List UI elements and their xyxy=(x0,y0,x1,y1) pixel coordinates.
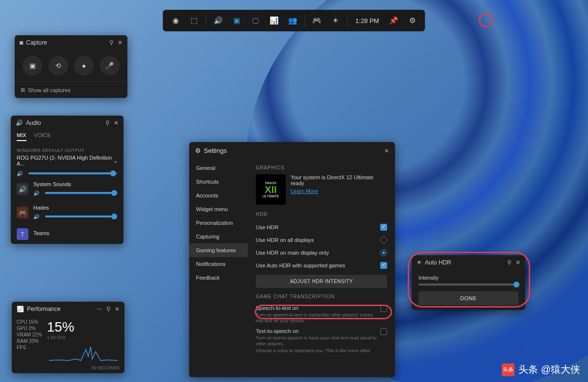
auto-hdr-widget: ☀Auto HDR ⚲✕ Intensity DONE xyxy=(412,255,525,310)
intensity-slider[interactable] xyxy=(418,284,518,286)
capture-icon[interactable]: ▣ xyxy=(228,12,245,29)
cpu-chart xyxy=(47,342,120,362)
toutiao-logo-icon: 头条 xyxy=(502,363,514,376)
adjust-hdr-intensity-button[interactable]: ADJUST HDR INTENSITY xyxy=(256,275,387,288)
use-hdr-checkbox[interactable] xyxy=(380,224,387,231)
performance-title: 📈Performance xyxy=(17,306,61,312)
nav-gaming-features[interactable]: Gaming features xyxy=(189,243,248,257)
sun-icon: ☀ xyxy=(416,259,422,266)
intensity-label: Intensity xyxy=(418,275,518,281)
transcription-heading: GAME CHAT TRANSCRIPTION xyxy=(256,294,387,299)
lfg-icon[interactable]: 🎮 xyxy=(308,12,325,29)
voice-tab[interactable]: VOICE xyxy=(34,132,51,141)
close-icon[interactable]: ✕ xyxy=(115,306,120,312)
screenshot-button[interactable]: ▣ xyxy=(23,56,42,75)
record-button[interactable]: ● xyxy=(74,56,94,75)
capture-widget: ◙Capture ⚲✕ ▣ ⟲ ● 🎤 ⊞Show all captures xyxy=(15,35,127,98)
cpu-freq: 1.93 GHz xyxy=(47,335,120,340)
hdr-heading: HDR xyxy=(256,212,387,217)
settings-nav: General Shortcuts Accounts Widget menu P… xyxy=(189,159,248,377)
record-last-button[interactable]: ⟲ xyxy=(49,56,68,75)
settings-title: ⚙Settings xyxy=(195,147,227,154)
hades-volume-slider[interactable] xyxy=(45,215,118,217)
directx-badge: DirectX XII ULTIMATE xyxy=(256,174,286,205)
time-range: 60 SECONDS xyxy=(12,364,124,373)
nav-shortcuts[interactable]: Shortcuts xyxy=(189,175,248,189)
attribution-watermark: 头条 头条 @猿大侠 xyxy=(502,363,580,376)
default-output-label: WINDOWS DEFAULT OUTPUT xyxy=(17,148,118,153)
capture-title: ◙Capture xyxy=(20,39,47,46)
vram-stat: VRAM 22% xyxy=(17,332,42,337)
settings-content: GRAPHICS DirectX XII ULTIMATE Your syste… xyxy=(248,159,395,377)
auto-hdr-checkbox[interactable] xyxy=(380,262,387,269)
learn-more-link[interactable]: Learn More xyxy=(291,188,318,194)
master-volume-slider[interactable] xyxy=(28,172,118,174)
nav-capturing[interactable]: Capturing xyxy=(189,230,248,243)
done-button[interactable]: DONE xyxy=(418,291,518,305)
audio-title: 🔊Audio xyxy=(16,119,41,126)
xbox-game-bar-topbar: ◉ ⬚ 🔊 ▣ 🖵 📊 👥 🎮 ☀ 1:28 PM 📌 ⚙ xyxy=(163,10,425,31)
pin-icon[interactable]: ⚲ xyxy=(105,119,110,126)
settings-gear-icon[interactable]: ⚙ xyxy=(404,12,421,29)
mix-tab[interactable]: MIX xyxy=(17,132,26,141)
pin-icon[interactable]: ⚲ xyxy=(106,306,111,312)
performance-icon[interactable]: 🖵 xyxy=(246,12,264,29)
pin-icon[interactable]: ⚲ xyxy=(109,39,114,46)
fps-stat: FPS - xyxy=(17,345,42,350)
tts-checkbox[interactable] xyxy=(380,328,387,335)
directx-status: Your system is DirectX 12 Ultimate ready xyxy=(291,174,387,186)
teams-icon: T xyxy=(17,228,28,240)
audio-icon[interactable]: 🔊 xyxy=(209,12,227,29)
graphics-heading: GRAPHICS xyxy=(256,165,387,170)
nav-personalization[interactable]: Personalization xyxy=(189,216,248,230)
hades-icon: 🎮 xyxy=(17,207,28,218)
nav-widget-menu[interactable]: Widget menu xyxy=(189,202,248,216)
nav-accounts[interactable]: Accounts xyxy=(189,189,248,202)
gpu-stat: GPU 2% xyxy=(17,326,42,331)
chevron-down-icon: ⌄ xyxy=(113,158,118,164)
performance-widget: 📈Performance ⋯⚲✕ CPU 15% GPU 2% VRAM 22%… xyxy=(12,302,124,373)
chart-icon: 📈 xyxy=(17,306,24,312)
xbox-social-icon[interactable]: 👥 xyxy=(284,12,301,29)
close-icon[interactable]: ✕ xyxy=(384,147,389,154)
show-all-captures-link[interactable]: ⊞Show all captures xyxy=(15,81,127,98)
system-volume-slider[interactable] xyxy=(45,192,118,194)
clock: 1:28 PM xyxy=(350,17,384,24)
camera-icon: ◙ xyxy=(20,39,23,46)
close-icon[interactable]: ✕ xyxy=(515,259,520,266)
resources-icon[interactable]: 📊 xyxy=(265,12,283,29)
cpu-stat: CPU 15% xyxy=(17,319,42,325)
options-icon[interactable]: ⋯ xyxy=(97,306,102,312)
audio-widget: 🔊Audio ⚲✕ MIX VOICE WINDOWS DEFAULT OUTP… xyxy=(11,116,123,244)
mic-button[interactable]: 🎤 xyxy=(100,56,120,75)
gear-icon: ⚙ xyxy=(195,147,201,154)
speaker-icon: 🔊 xyxy=(16,119,23,126)
nav-feedback[interactable]: Feedback xyxy=(189,271,248,285)
cpu-percent: 15% xyxy=(47,319,120,335)
xbox-icon[interactable]: ◉ xyxy=(167,12,184,29)
nav-notifications[interactable]: Notifications xyxy=(189,257,248,271)
stt-checkbox[interactable] xyxy=(380,305,387,312)
hdr-main-display-radio[interactable] xyxy=(380,249,387,256)
audio-device-select[interactable]: ROG PG27U (2- NVIDIA High Definition A..… xyxy=(17,155,118,167)
close-icon[interactable]: ✕ xyxy=(114,119,119,126)
gallery-icon: ⊞ xyxy=(21,87,25,93)
pin-icon[interactable]: ⚲ xyxy=(507,259,512,266)
nav-general[interactable]: General xyxy=(189,161,248,175)
hdr-all-displays-radio[interactable] xyxy=(380,237,387,243)
ram-stat: RAM 33% xyxy=(17,338,42,344)
brightness-icon[interactable]: ☀ xyxy=(326,12,344,29)
widgets-icon[interactable]: ⬚ xyxy=(185,12,203,29)
pin-icon[interactable]: 📌 xyxy=(385,12,403,29)
settings-window: ⚙Settings ✕ General Shortcuts Accounts W… xyxy=(189,142,395,377)
auto-hdr-title: ☀Auto HDR xyxy=(416,259,451,266)
system-sounds-icon: 🔊 xyxy=(17,183,28,195)
close-icon[interactable]: ✕ xyxy=(118,39,122,46)
